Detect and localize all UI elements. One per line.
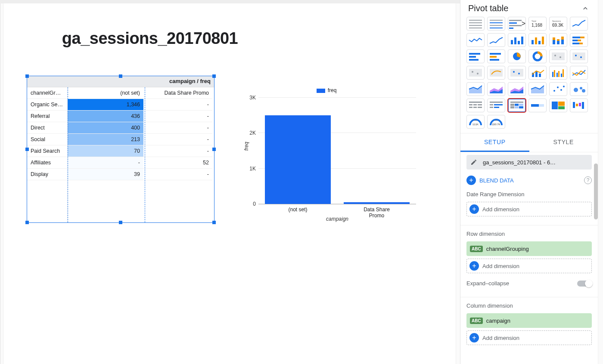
svg-rect-44	[552, 52, 565, 60]
column-guideline[interactable]	[68, 87, 68, 222]
svg-rect-59	[539, 74, 541, 77]
svg-rect-86	[490, 102, 503, 103]
svg-rect-25	[553, 37, 555, 40]
svg-rect-80	[469, 104, 472, 105]
chart-type-column-multi[interactable]	[528, 33, 547, 47]
svg-rect-105	[579, 103, 581, 106]
bar-chart-widget[interactable]: freq freq campaign 0 1K 2K 3K (not set) …	[232, 87, 421, 225]
svg-rect-16	[511, 40, 513, 44]
pivot-col-header: Data Share Promo	[143, 87, 212, 99]
y-tick-label: 0	[253, 201, 256, 207]
tab-style[interactable]: STYLE	[529, 133, 598, 152]
add-row-dimension[interactable]: + Add dimension	[466, 259, 592, 273]
svg-rect-85	[478, 107, 482, 108]
expand-collapse-toggle[interactable]	[577, 281, 592, 287]
chart-type-column-stacked[interactable]	[549, 33, 567, 47]
chart-type-area-fill[interactable]	[508, 82, 526, 96]
svg-rect-100	[552, 102, 558, 109]
plus-icon: +	[469, 333, 479, 342]
report-title[interactable]: ga_sessions_20170801	[21, 29, 279, 48]
chart-type-area-line[interactable]	[466, 82, 485, 96]
chart-type-geo-grey[interactable]	[549, 49, 567, 63]
chart-type-geo-flow[interactable]	[487, 66, 505, 80]
row-dimension-chip[interactable]: ABC channelGrouping	[466, 241, 592, 256]
chart-type-hbar-multi[interactable]	[487, 49, 505, 63]
blend-data-button[interactable]: BLEND DATA	[479, 177, 514, 184]
data-source-selector[interactable]: ga_sessions_20170801 - 6…	[466, 155, 592, 170]
svg-rect-20	[532, 40, 534, 44]
chart-type-geo-filled[interactable]	[466, 66, 485, 80]
column-dimension-section-title: Column dimension	[460, 300, 598, 311]
svg-rect-21	[535, 37, 537, 44]
column-guideline[interactable]	[145, 87, 145, 222]
svg-rect-91	[510, 102, 523, 103]
y-tick-label: 1K	[249, 166, 256, 172]
resize-handle-ne[interactable]	[212, 74, 216, 78]
chart-type-hbar[interactable]	[466, 49, 485, 63]
chart-type-sparkline-up[interactable]	[487, 33, 505, 47]
add-date-dimension[interactable]: + Add dimension	[466, 202, 592, 216]
chart-type-table[interactable]	[466, 17, 485, 31]
help-icon[interactable]: ?	[584, 176, 592, 184]
chart-type-gauge-1[interactable]: 111KTotal	[466, 115, 485, 129]
svg-rect-47	[572, 52, 585, 60]
svg-rect-97	[519, 106, 523, 108]
add-dimension-label: Add dimension	[482, 335, 519, 341]
chart-type-column[interactable]	[508, 33, 526, 47]
svg-point-55	[513, 71, 515, 73]
setup-scrollbar-thumb[interactable]	[594, 163, 598, 219]
canvas-scroll[interactable]: ga_sessions_20170801 campaign / freq cha…	[0, 0, 460, 364]
chart-type-column-grouped[interactable]	[549, 66, 567, 80]
chart-type-scatter[interactable]	[549, 82, 567, 96]
chart-type-table-blue[interactable]	[487, 17, 505, 31]
svg-rect-92	[510, 104, 514, 106]
chart-type-treemap[interactable]	[549, 99, 567, 112]
report-canvas[interactable]: ga_sessions_20170801 campaign / freq cha…	[3, 3, 456, 364]
chart-type-pivot-heatmap[interactable]	[508, 99, 526, 112]
svg-rect-87	[490, 104, 493, 105]
chart-type-hbar-stacked[interactable]	[570, 33, 588, 47]
chart-type-sparkline[interactable]	[466, 33, 485, 47]
chart-type-bubble[interactable]	[570, 82, 588, 96]
chart-type-donut[interactable]	[528, 49, 547, 63]
chart-type-gauge-2[interactable]: 220.7KTotal	[487, 115, 505, 129]
chart-type-area-smooth[interactable]	[528, 82, 547, 96]
plus-icon[interactable]: +	[466, 176, 476, 185]
svg-text:Sessions: Sessions	[552, 20, 561, 22]
tab-setup[interactable]: SETUP	[460, 133, 529, 152]
chart-type-multiline[interactable]	[570, 66, 588, 80]
chart-type-geo-bubble[interactable]	[508, 66, 526, 80]
chart-type-pivot-bars[interactable]	[487, 99, 505, 112]
chart-type-pivot-plain[interactable]	[466, 99, 485, 112]
svg-rect-17	[514, 37, 516, 44]
svg-rect-22	[538, 41, 541, 44]
chart-type-table-bars[interactable]: >	[508, 17, 526, 31]
chart-type-waterfall[interactable]	[570, 99, 588, 112]
chart-type-area-stack[interactable]	[487, 82, 505, 96]
resize-handle-nw[interactable]	[25, 74, 29, 78]
setup-panel-scroll[interactable]: ga_sessions_20170801 - 6… + BLEND DATA ?…	[460, 152, 598, 364]
date-range-section-title: Date Range Dimension	[460, 188, 598, 199]
x-tick-label: Data Share Promo	[357, 204, 397, 219]
pivot-table-widget[interactable]: campaign / freq channelGroup...Organic S…	[27, 76, 214, 223]
chart-type-bullet[interactable]	[528, 99, 547, 112]
chart-type-pie[interactable]	[508, 49, 526, 63]
svg-point-49	[580, 56, 582, 58]
collapse-panel-button[interactable]	[581, 4, 590, 13]
svg-text:Total: Total	[494, 119, 498, 121]
column-dimension-chip[interactable]: ABC campaign	[466, 313, 592, 328]
svg-rect-39	[490, 53, 501, 55]
resize-handle-n[interactable]	[119, 74, 122, 78]
chart-type-scorecard-total[interactable]: Total1,168	[528, 17, 547, 31]
chart-type-line[interactable]	[570, 17, 588, 31]
svg-text:69.3K: 69.3K	[552, 23, 563, 28]
svg-rect-94	[519, 104, 523, 106]
chart-type-scorecard-sessions[interactable]: Sessions69.3K	[549, 17, 567, 31]
chart-type-combo[interactable]	[528, 66, 547, 80]
x-tick-label: (not set)	[288, 204, 307, 213]
pivot-cell: 400	[68, 122, 143, 134]
svg-rect-18	[518, 41, 520, 44]
add-column-dimension[interactable]: + Add dimension	[466, 330, 592, 345]
edit-data-source-icon[interactable]	[466, 159, 481, 166]
chart-type-geo-map[interactable]	[570, 49, 588, 63]
